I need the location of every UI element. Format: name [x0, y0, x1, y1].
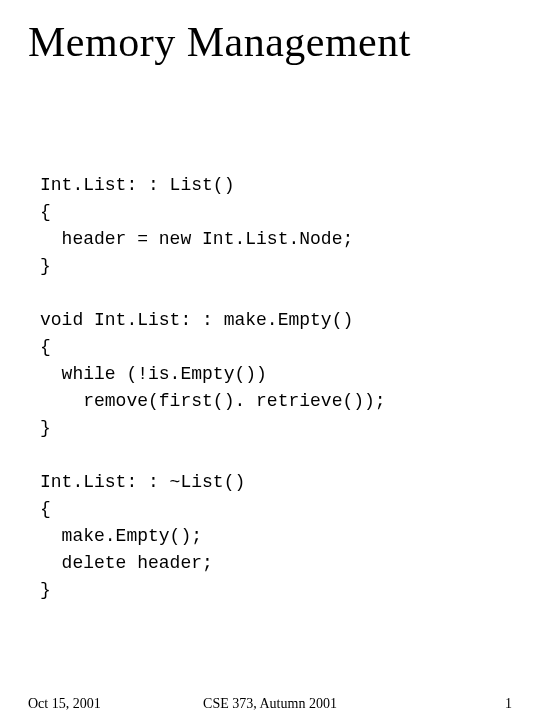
slide: Memory Management Int.List: : List() { h…	[0, 0, 540, 720]
code-line: make.Empty();	[40, 526, 202, 546]
code-line: {	[40, 202, 51, 222]
page-title: Memory Management	[28, 18, 411, 66]
code-line: {	[40, 337, 51, 357]
footer-course: CSE 373, Autumn 2001	[0, 696, 540, 712]
code-line: Int.List: : List()	[40, 175, 234, 195]
code-line: }	[40, 256, 51, 276]
footer-page-number: 1	[505, 696, 512, 712]
code-block: Int.List: : List() { header = new Int.Li…	[40, 145, 386, 604]
code-line: delete header;	[40, 553, 213, 573]
code-line: void Int.List: : make.Empty()	[40, 310, 353, 330]
code-line: while (!is.Empty())	[40, 364, 267, 384]
code-line: }	[40, 580, 51, 600]
code-line: }	[40, 418, 51, 438]
code-line: Int.List: : ~List()	[40, 472, 245, 492]
code-line: remove(first(). retrieve());	[40, 391, 386, 411]
code-line: {	[40, 499, 51, 519]
code-line: header = new Int.List.Node;	[40, 229, 353, 249]
